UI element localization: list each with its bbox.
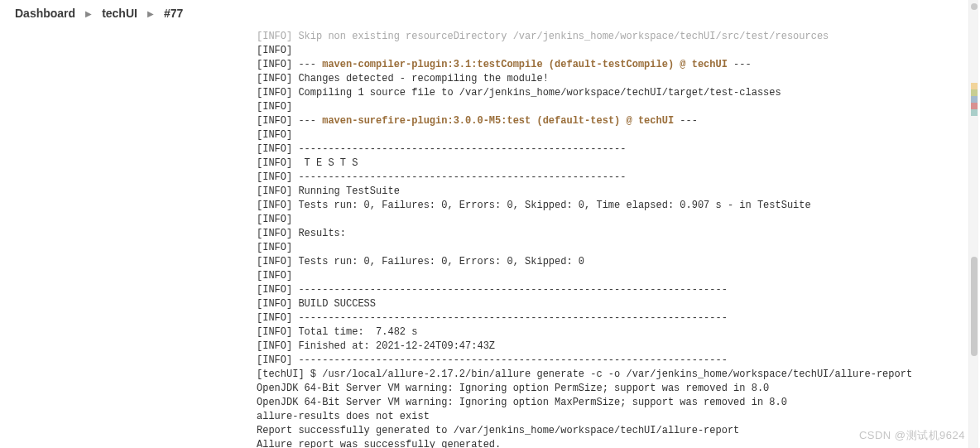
console-line: [INFO] Results: [257, 227, 980, 241]
console-line: [INFO] ---------------------------------… [257, 283, 980, 297]
console-line: [INFO] ---------------------------------… [257, 311, 980, 325]
scrollbar-thumb[interactable] [971, 257, 978, 356]
console-line: [INFO] ---------------------------------… [257, 171, 980, 185]
chevron-right-icon: ▶ [147, 9, 154, 18]
console-line: [INFO] Changes detected - recompiling th… [257, 72, 980, 86]
console-line: [INFO] ---------------------------------… [257, 142, 980, 157]
console-line: OpenJDK 64-Bit Server VM warning: Ignori… [257, 382, 980, 396]
watermark: CSDN @测试机9624 [859, 428, 965, 443]
breadcrumb-project[interactable]: techUI [102, 7, 137, 20]
console-line: allure-results does not exist [257, 410, 980, 424]
console-output: [INFO] Skip non existing resourceDirecto… [257, 26, 980, 448]
console-line: [INFO] Running TestSuite [257, 185, 980, 199]
scrollbar-marker [971, 83, 978, 116]
console-line: [INFO] [257, 44, 980, 58]
console-line: [INFO] [257, 269, 980, 283]
console-line: [INFO] [257, 213, 980, 227]
breadcrumb-build[interactable]: #77 [164, 7, 183, 20]
console-line: [INFO] [257, 241, 980, 255]
console-line: [INFO] Finished at: 2021-12-24T09:47:43Z [257, 340, 980, 354]
vertical-scrollbar[interactable] [968, 0, 978, 448]
console-line: [INFO] BUILD SUCCESS [257, 297, 980, 311]
console-line: OpenJDK 64-Bit Server VM warning: Ignori… [257, 396, 980, 410]
console-line: [INFO] Skip non existing resourceDirecto… [257, 30, 980, 44]
console-line: [INFO] Tests run: 0, Failures: 0, Errors… [257, 199, 980, 213]
scrollbar-thumb[interactable] [971, 3, 978, 10]
console-line: [techUI] $ /usr/local/allure-2.17.2/bin/… [257, 368, 980, 382]
console-line: [INFO] Compiling 1 source file to /var/j… [257, 86, 980, 100]
console-line: [INFO] --- maven-surefire-plugin:3.0.0-M… [257, 114, 980, 128]
chevron-right-icon: ▶ [85, 9, 92, 18]
console-line: [INFO] ---------------------------------… [257, 354, 980, 368]
console-line: [INFO] T E S T S [257, 157, 980, 171]
console-line: [INFO] --- maven-compiler-plugin:3.1:tes… [257, 58, 980, 72]
breadcrumb: Dashboard ▶ techUI ▶ #77 [0, 0, 980, 26]
console-line: [INFO] [257, 128, 980, 142]
breadcrumb-dashboard[interactable]: Dashboard [15, 7, 75, 20]
console-line: [INFO] [257, 100, 980, 114]
console-line: [INFO] Tests run: 0, Failures: 0, Errors… [257, 255, 980, 269]
console-line: [INFO] Total time: 7.482 s [257, 325, 980, 340]
